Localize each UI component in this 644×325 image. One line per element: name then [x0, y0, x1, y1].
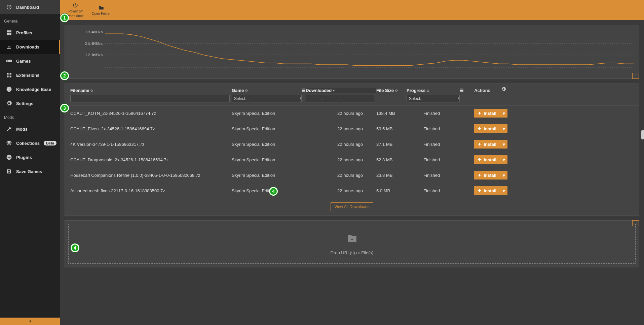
- y-tick-unit: MB/s: [92, 53, 103, 57]
- table-body: CCAUT_KOTN_2x-34526-1-1586416774.7zSkyri…: [65, 105, 639, 198]
- col-filename[interactable]: Filename◇: [70, 88, 232, 93]
- plus-icon: [478, 111, 482, 115]
- install-dropdown-toggle[interactable]: ▾: [500, 155, 507, 164]
- cell-progress: Finished: [407, 126, 464, 131]
- sidebar-item-mods[interactable]: Mods: [0, 122, 60, 136]
- sidebar-section-general: General: [0, 14, 60, 26]
- filter-downloaded-input[interactable]: [341, 95, 374, 102]
- filter-filename-input[interactable]: [70, 95, 230, 102]
- y-tick-unit: MB/s: [92, 41, 103, 45]
- install-button[interactable]: Install▾: [474, 186, 507, 195]
- gauge-icon: [6, 4, 12, 10]
- sidebar-label: Dashboard: [16, 5, 39, 10]
- col-downloaded[interactable]: Downloaded▾: [306, 88, 376, 93]
- table-row[interactable]: Housecarl Companions Refine (1.0.0)-3840…: [65, 167, 639, 183]
- plus-icon: [478, 158, 482, 162]
- poweroff-label-2: when done: [67, 14, 84, 18]
- drop-zone-label: Drop URL(s) or File(s): [331, 250, 374, 255]
- table-row[interactable]: 4K Version-34739-1-1-1586963317.7zSkyrim…: [65, 136, 639, 152]
- col-filesize[interactable]: File Size◇: [376, 88, 407, 93]
- annotation-marker-4a: 4: [269, 187, 278, 196]
- cell-progress: Finished: [407, 111, 464, 116]
- sidebar-label: Extensions: [16, 73, 39, 78]
- plus-icon: [478, 127, 482, 131]
- dropzone-collapse-toggle[interactable]: ⌄: [632, 220, 639, 226]
- cell-action: Install▾: [464, 186, 507, 195]
- open-folder-button[interactable]: Open Folder: [88, 3, 115, 17]
- annotation-marker-4b: 4: [71, 243, 79, 252]
- install-button[interactable]: Install▾: [474, 124, 507, 133]
- install-label: Install: [484, 111, 496, 116]
- table-row[interactable]: CCAUT_Dragonscale_2x-34526-1-1586416594.…: [65, 152, 639, 167]
- topbar: Power off when done Open Folder: [60, 0, 644, 20]
- chart-collapse-toggle[interactable]: ⌃: [632, 73, 639, 79]
- list-icon: ☰: [460, 88, 464, 93]
- table-settings-button[interactable]: [501, 87, 511, 93]
- svg-rect-6: [7, 76, 8, 77]
- install-dropdown-toggle[interactable]: ▾: [500, 109, 507, 118]
- filter-progress-select[interactable]: Select...: [407, 95, 460, 102]
- scrollbar-thumb[interactable]: [641, 130, 644, 139]
- cell-filename: CCAUT_KOTN_2x-34526-1-1586416774.7z: [70, 111, 232, 116]
- sidebar-label: Knowledge Base: [16, 87, 51, 92]
- cell-filesize: 59.5 MB: [376, 126, 407, 131]
- sidebar-item-knowledge[interactable]: Knowledge Base: [0, 82, 60, 96]
- sidebar-collapse-button[interactable]: [0, 318, 60, 325]
- install-button[interactable]: Install▾: [474, 109, 507, 118]
- col-progress[interactable]: Progress◇☰: [407, 88, 464, 93]
- svg-rect-0: [7, 30, 9, 32]
- col-game[interactable]: Game◇☰: [232, 88, 306, 93]
- gear-icon: [6, 100, 12, 106]
- install-button[interactable]: Install▾: [474, 140, 507, 149]
- plus-icon: [478, 189, 482, 193]
- install-button[interactable]: Install▾: [474, 171, 507, 180]
- download-icon: [6, 44, 12, 50]
- filter-row: Select... Select...: [65, 95, 639, 105]
- speed-chart-panel: 38.4 MB/s 25.6 MB/s 12.9 MB/s ⌃: [65, 25, 639, 79]
- svg-rect-13: [8, 157, 11, 158]
- sidebar-item-downloads[interactable]: Downloads: [0, 40, 60, 54]
- install-button[interactable]: Install▾: [474, 155, 507, 164]
- view-all-downloads-button[interactable]: View All Downloads: [331, 202, 373, 211]
- filter-downloaded-op[interactable]: [306, 95, 339, 102]
- drop-zone[interactable]: Drop URL(s) or File(s): [68, 224, 636, 264]
- sidebar-item-extensions[interactable]: Extensions: [0, 68, 60, 82]
- cell-progress: Finished: [407, 142, 464, 147]
- annotation-marker-3: 3: [60, 104, 69, 112]
- save-icon: [6, 168, 12, 174]
- svg-rect-2: [7, 33, 9, 35]
- install-label: Install: [484, 157, 496, 162]
- power-icon: [72, 2, 78, 8]
- install-dropdown-toggle[interactable]: ▾: [500, 124, 507, 133]
- install-dropdown-toggle[interactable]: ▾: [500, 186, 507, 195]
- cell-filesize: 37.1 MB: [376, 142, 407, 147]
- filter-game-select[interactable]: Select...: [232, 95, 302, 102]
- sidebar-item-savegames[interactable]: Save Games: [0, 164, 60, 178]
- cell-filesize: 52.3 MB: [376, 157, 407, 162]
- cell-filename: 4K Version-34739-1-1-1586963317.7z: [70, 142, 232, 147]
- cell-progress: Finished: [407, 173, 464, 178]
- sidebar-item-dashboard[interactable]: Dashboard: [0, 0, 60, 14]
- table-row[interactable]: CCAUT_Elven_2x-34526-1-1586416694.7zSkyr…: [65, 121, 639, 136]
- open-folder-label: Open Folder: [92, 12, 111, 15]
- sidebar-item-games[interactable]: Games: [0, 54, 60, 68]
- install-dropdown-toggle[interactable]: ▾: [500, 140, 507, 149]
- sidebar-item-settings[interactable]: Settings: [0, 96, 60, 110]
- table-row[interactable]: CCAUT_KOTN_2x-34526-1-1586416774.7zSkyri…: [65, 105, 639, 121]
- dropzone-panel: ⌄ Drop URL(s) or File(s): [65, 220, 639, 267]
- cell-action: Install▾: [464, 109, 507, 118]
- cell-action: Install▾: [464, 171, 507, 180]
- sidebar-item-collections[interactable]: Collections Beta: [0, 136, 60, 150]
- layers-icon: [6, 140, 12, 146]
- sidebar-item-profiles[interactable]: Profiles: [0, 26, 60, 40]
- install-dropdown-toggle[interactable]: ▾: [500, 171, 507, 180]
- chevron-left-icon: [28, 319, 32, 324]
- svg-rect-5: [10, 73, 11, 74]
- svg-rect-19: [478, 113, 481, 113]
- sidebar-item-plugins[interactable]: Plugins: [0, 150, 60, 164]
- sidebar-label: Downloads: [16, 44, 39, 50]
- cell-downloaded: 22 hours ago: [306, 111, 376, 116]
- table-row[interactable]: Assorted mesh fixes-32117-0-16-161838350…: [65, 183, 639, 198]
- grid-icon: [6, 30, 12, 36]
- main-content: 38.4 MB/s 25.6 MB/s 12.9 MB/s ⌃ Filename…: [60, 20, 644, 325]
